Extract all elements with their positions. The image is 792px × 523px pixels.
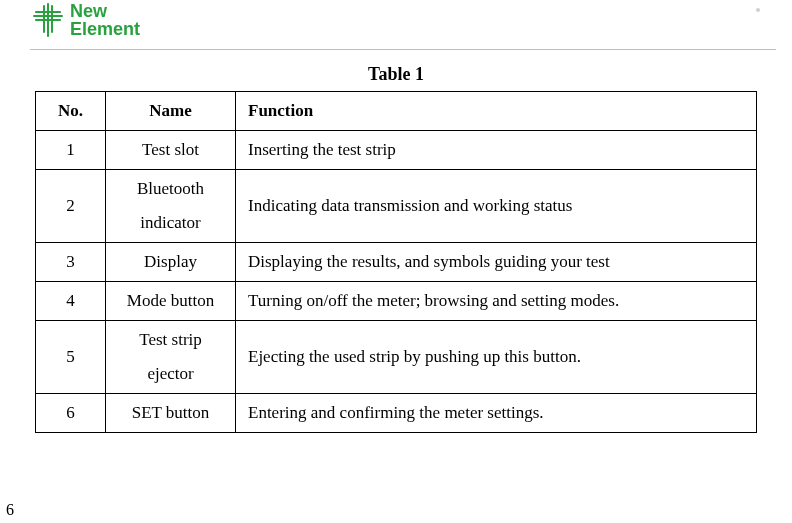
- table-row: 1 Test slot Inserting the test strip: [36, 131, 757, 170]
- cell-name: Mode button: [106, 282, 236, 321]
- content: Table 1 No. Name Function 1 Test slot In…: [0, 50, 792, 433]
- cell-no: 3: [36, 243, 106, 282]
- chip-icon: [30, 2, 66, 38]
- cell-function: Turning on/off the meter; browsing and s…: [236, 282, 757, 321]
- parts-table: No. Name Function 1 Test slot Inserting …: [35, 91, 757, 433]
- cell-name: Bluetooth indicator: [106, 170, 236, 243]
- table-row: 5 Test strip ejector Ejecting the used s…: [36, 321, 757, 394]
- table-row: 6 SET button Entering and confirming the…: [36, 394, 757, 433]
- cell-function: Ejecting the used strip by pushing up th…: [236, 321, 757, 394]
- table-row: 4 Mode button Turning on/off the meter; …: [36, 282, 757, 321]
- col-header-function: Function: [236, 92, 757, 131]
- cell-function: Inserting the test strip: [236, 131, 757, 170]
- cell-no: 2: [36, 170, 106, 243]
- header: New Element: [30, 0, 776, 50]
- cell-no: 5: [36, 321, 106, 394]
- cell-name: Test strip ejector: [106, 321, 236, 394]
- brand-name-line1: New: [70, 2, 140, 20]
- cell-no: 4: [36, 282, 106, 321]
- decorative-dot: [756, 8, 760, 12]
- cell-function: Displaying the results, and symbols guid…: [236, 243, 757, 282]
- cell-name: SET button: [106, 394, 236, 433]
- col-header-name: Name: [106, 92, 236, 131]
- table-header-row: No. Name Function: [36, 92, 757, 131]
- page-number: 6: [6, 501, 14, 519]
- table-caption: Table 1: [30, 64, 762, 85]
- col-header-no: No.: [36, 92, 106, 131]
- brand-logo: New Element: [30, 2, 140, 38]
- table-row: 3 Display Displaying the results, and sy…: [36, 243, 757, 282]
- cell-no: 6: [36, 394, 106, 433]
- table-row: 2 Bluetooth indicator Indicating data tr…: [36, 170, 757, 243]
- cell-name: Display: [106, 243, 236, 282]
- cell-name: Test slot: [106, 131, 236, 170]
- cell-function: Entering and confirming the meter settin…: [236, 394, 757, 433]
- cell-no: 1: [36, 131, 106, 170]
- brand-name-line2: Element: [70, 20, 140, 38]
- cell-function: Indicating data transmission and working…: [236, 170, 757, 243]
